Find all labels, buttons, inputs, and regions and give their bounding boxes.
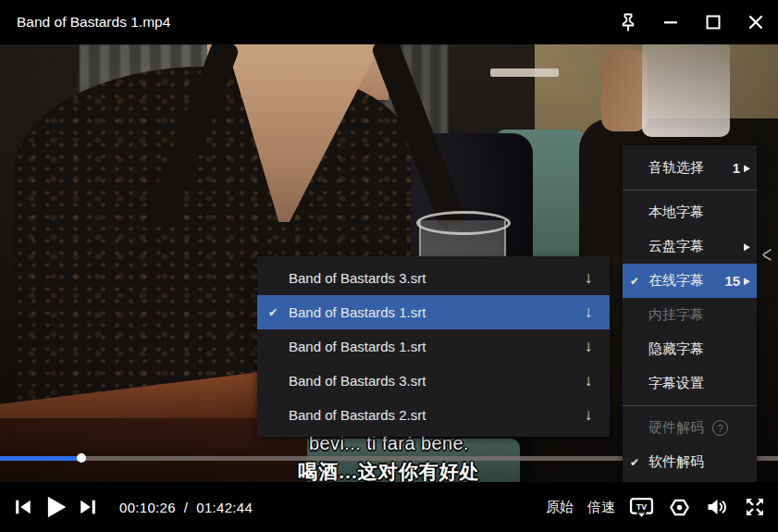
download-icon[interactable]: ↓ — [576, 303, 600, 322]
check-icon: ✔ — [630, 456, 648, 469]
submenu-item-label: Band of Bastards 3.srt — [289, 270, 576, 286]
menu-item-label: 云盘字幕 — [648, 238, 704, 255]
submenu-item-label: Band of Bastards 1.srt — [289, 304, 576, 320]
pin-icon — [619, 12, 637, 32]
download-icon[interactable]: ↓ — [576, 338, 600, 356]
volume-icon — [705, 496, 730, 518]
play-button[interactable] — [42, 493, 69, 521]
menu-item-local-subtitle[interactable]: 本地字幕 — [623, 195, 757, 229]
menu-item-hardware-decode: 硬件解码 ? — [623, 411, 757, 445]
window-title: Band of Bastards 1.mp4 — [17, 14, 170, 31]
menu-item-label: 硬件解码 — [648, 419, 704, 437]
submenu-item-label: Band of Bastards 3.srt — [289, 373, 576, 389]
submenu-item-label: Band of Bastards 2.srt — [289, 407, 576, 423]
submenu-item[interactable]: Band of Bastards 2.srt ↓ — [257, 398, 610, 432]
menu-item-hide-subtitle[interactable]: 隐藏字幕 — [623, 332, 757, 366]
maximize-button[interactable] — [700, 9, 726, 35]
settings-hexagon-button[interactable] — [668, 496, 691, 519]
cast-tv-icon: TV — [629, 496, 654, 519]
menu-item-label: 本地字幕 — [648, 204, 704, 221]
download-icon[interactable]: ↓ — [576, 372, 600, 390]
aspect-ratio-button[interactable]: 原始 — [546, 499, 574, 516]
menu-item-value: 1 — [733, 160, 740, 176]
menu-item-audio-track[interactable]: 音轨选择 1 ▶ — [623, 151, 757, 185]
context-menu: 音轨选择 1 ▶ 本地字幕 云盘字幕 ▶ ✔ 在线字幕 15 ▶ 内挂字幕 隐藏… — [623, 145, 757, 485]
hexagon-dot-icon — [668, 496, 691, 519]
chevron-left-icon[interactable]: < — [758, 242, 776, 269]
next-button[interactable] — [78, 497, 99, 517]
menu-item-embedded-subtitle: 内挂字幕 — [623, 298, 757, 332]
arrow-right-icon: ▶ — [744, 276, 750, 287]
maximize-icon — [704, 13, 722, 31]
menu-item-label: 软件解码 — [648, 453, 704, 471]
menu-item-value: 15 — [724, 273, 740, 289]
window-controls — [615, 0, 769, 44]
minimize-icon — [661, 13, 680, 31]
progress-handle[interactable] — [77, 453, 86, 463]
submenu-item[interactable]: Band of Bastards 3.srt ↓ — [257, 364, 610, 398]
playback-controls: 00:10:26 / 01:42:44 — [12, 493, 253, 521]
previous-icon — [12, 497, 33, 517]
right-controls: 原始 倍速 TV — [546, 496, 766, 519]
close-button[interactable] — [743, 9, 769, 35]
current-time: 00:10:26 — [119, 500, 176, 515]
subtitle-file-submenu: Band of Bastards 3.srt ↓ ✔ Band of Basta… — [257, 256, 610, 437]
arrow-right-icon: ▶ — [744, 241, 750, 253]
minimize-button[interactable] — [658, 9, 684, 35]
menu-item-online-subtitle[interactable]: ✔ 在线字幕 15 ▶ — [623, 264, 757, 298]
download-icon[interactable]: ↓ — [576, 406, 600, 425]
menu-item-cloud-subtitle[interactable]: 云盘字幕 ▶ — [623, 229, 757, 264]
arrow-right-icon: ▶ — [744, 163, 750, 174]
time-display: 00:10:26 / 01:42:44 — [119, 500, 253, 515]
menu-item-subtitle-settings[interactable]: 字幕设置 — [623, 366, 757, 401]
volume-button[interactable] — [705, 496, 730, 518]
next-icon — [78, 497, 99, 517]
title-bar: Band of Bastards 1.mp4 — [0, 0, 778, 44]
menu-item-label: 音轨选择 — [648, 159, 704, 177]
svg-text:TV: TV — [636, 501, 647, 511]
download-icon[interactable]: ↓ — [576, 269, 600, 288]
time-separator: / — [184, 500, 188, 515]
close-icon — [747, 13, 765, 31]
fullscreen-button[interactable] — [744, 496, 766, 518]
check-icon: ✔ — [630, 275, 648, 288]
submenu-item-selected[interactable]: ✔ Band of Bastards 1.srt ↓ — [257, 295, 610, 329]
speed-button[interactable]: 倍速 — [587, 499, 615, 516]
progress-fill — [0, 456, 79, 461]
menu-divider — [623, 405, 757, 406]
submenu-item-label: Band of Bastards 1.srt — [289, 339, 576, 354]
pin-button[interactable] — [615, 9, 641, 35]
submenu-item[interactable]: Band of Bastards 1.srt ↓ — [257, 329, 610, 364]
total-time: 01:42:44 — [196, 500, 253, 515]
submenu-item[interactable]: Band of Bastards 3.srt ↓ — [257, 261, 610, 295]
previous-button[interactable] — [12, 497, 33, 517]
help-icon[interactable]: ? — [712, 420, 728, 436]
menu-item-label: 在线字幕 — [648, 272, 704, 290]
menu-item-software-decode[interactable]: ✔ 软件解码 — [623, 445, 757, 479]
check-icon: ✔ — [268, 305, 288, 319]
menu-item-label: 字幕设置 — [648, 375, 704, 392]
menu-item-label: 隐藏字幕 — [648, 340, 704, 358]
control-bar: 00:10:26 / 01:42:44 原始 倍速 TV — [0, 482, 778, 532]
cast-tv-button[interactable]: TV — [629, 496, 654, 519]
menu-item-label: 内挂字幕 — [648, 306, 704, 324]
menu-divider — [623, 190, 757, 191]
fullscreen-icon — [744, 496, 766, 518]
play-icon — [42, 493, 69, 521]
